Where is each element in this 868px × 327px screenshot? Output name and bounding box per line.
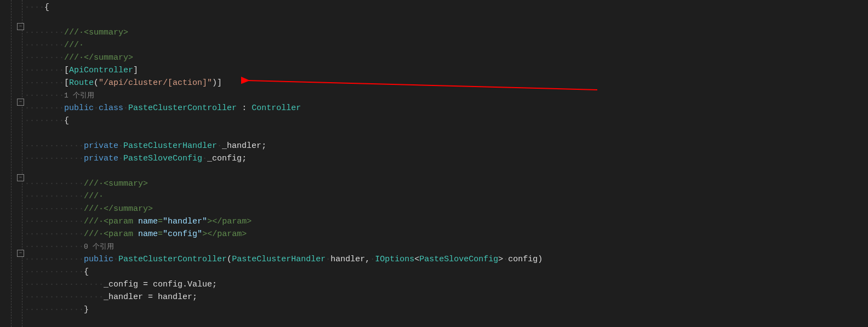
fold-toggle-icon[interactable]: − <box>17 23 24 30</box>
code-line[interactable] <box>25 165 868 177</box>
code-line[interactable]: ················_config = config.Value; <box>25 278 868 291</box>
code-line[interactable]: ············///·<summary> <box>25 177 868 190</box>
gutter: − − − − <box>0 0 25 327</box>
code-line[interactable]: ············///·</summary> <box>25 203 868 215</box>
code-line[interactable]: ········[ApiController] <box>25 64 868 77</box>
fold-toggle-icon[interactable]: − <box>17 250 24 257</box>
code-line[interactable] <box>25 14 868 26</box>
code-line[interactable]: ············private·PasteClusterHandler·… <box>25 140 868 152</box>
codelens-references[interactable]: 1 个引用 <box>64 91 94 100</box>
code-area[interactable]: ····{ ········///·<summary> ········///·… <box>25 0 868 327</box>
code-line[interactable]: ········///· <box>25 39 868 51</box>
code-line[interactable]: ············} <box>25 303 868 316</box>
code-line[interactable]: ····{ <box>25 1 868 14</box>
code-line[interactable]: ············///· <box>25 190 868 203</box>
code-line[interactable] <box>25 316 868 327</box>
code-line[interactable]: ············{ <box>25 266 868 278</box>
code-line[interactable]: ········1 个引用 <box>25 89 868 102</box>
code-line[interactable]: ············private·PasteSloveConfig·_co… <box>25 152 868 165</box>
code-line[interactable]: ········///·</summary> <box>25 51 868 64</box>
code-line[interactable]: ········///·<summary> <box>25 26 868 39</box>
code-editor[interactable]: − − − − ····{ ········///·<summary> ····… <box>0 0 868 327</box>
code-line[interactable]: ················_handler = handler; <box>25 291 868 303</box>
code-line[interactable]: ········{ <box>25 114 868 127</box>
fold-toggle-icon[interactable]: − <box>17 174 24 181</box>
code-line[interactable]: ············///·<param name="config"></p… <box>25 228 868 240</box>
code-line[interactable]: ············///·<param name="handler"></… <box>25 215 868 228</box>
fold-toggle-icon[interactable]: − <box>17 99 24 106</box>
codelens-references[interactable]: 0 个引用 <box>84 243 114 251</box>
code-line[interactable]: ············public·PasteClusterControlle… <box>25 253 868 266</box>
code-line[interactable] <box>25 127 868 140</box>
code-line[interactable]: ········[Route("/api/cluster/[action]")] <box>25 77 868 89</box>
code-line[interactable]: ········public·class·PasteClusterControl… <box>25 102 868 114</box>
code-line[interactable]: ············0 个引用 <box>25 240 868 253</box>
